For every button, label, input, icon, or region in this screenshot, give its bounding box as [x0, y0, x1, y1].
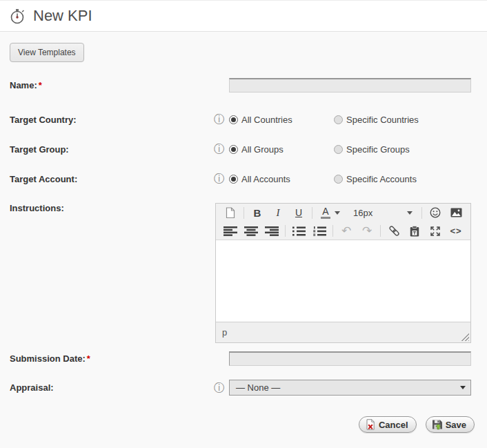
emoticons-icon[interactable] — [426, 205, 445, 220]
required-marker: * — [39, 80, 42, 90]
italic-button[interactable]: I — [268, 205, 288, 220]
insert-image-icon[interactable] — [446, 205, 466, 220]
radio-specific-countries[interactable]: Specific Countries — [334, 115, 419, 125]
target-account-label: Target Account: — [0, 174, 214, 184]
info-icon[interactable] — [214, 173, 225, 184]
editor-toolbar: B I U A 16px — [216, 204, 470, 240]
chevron-down-icon — [335, 211, 340, 215]
paste-icon[interactable] — [405, 224, 424, 239]
view-templates-button[interactable]: View Templates — [10, 43, 84, 62]
editor-content-area[interactable] — [216, 240, 470, 322]
save-button[interactable]: Save — [426, 416, 475, 433]
font-color-button[interactable]: A — [316, 205, 345, 220]
info-icon[interactable] — [214, 144, 225, 155]
radio-specific-groups[interactable]: Specific Groups — [334, 144, 410, 155]
fullscreen-icon[interactable] — [426, 224, 445, 239]
radio-selected-icon — [229, 145, 238, 154]
instructions-rich-text-editor: B I U A 16px — [215, 203, 471, 343]
appraisal-select[interactable]: — None — — [229, 380, 471, 396]
instructions-row: Instructions: B I U — [0, 203, 487, 343]
radio-selected-icon — [229, 115, 238, 124]
page-title: New KPI — [33, 7, 92, 25]
align-right-icon[interactable] — [262, 224, 281, 239]
radio-selected-icon — [229, 175, 238, 184]
submission-date-row: Submission Date:* — [0, 351, 487, 366]
ordered-list-icon[interactable] — [310, 224, 329, 239]
font-size-select[interactable]: 16px — [346, 205, 415, 220]
editor-status-bar: p — [216, 322, 470, 342]
radio-unselected-icon — [334, 175, 343, 184]
undo-icon[interactable] — [337, 224, 356, 239]
new-document-icon[interactable] — [221, 205, 240, 220]
page-header: New KPI — [0, 0, 487, 32]
appraisal-row: Appraisal: — None — — [0, 380, 487, 396]
bold-button[interactable]: B — [248, 205, 267, 220]
target-account-row: Target Account: All Accounts Specific Ac… — [0, 173, 487, 184]
save-icon — [432, 419, 443, 430]
radio-all-accounts[interactable]: All Accounts — [229, 174, 334, 184]
radio-all-countries[interactable]: All Countries — [229, 115, 334, 125]
align-left-icon[interactable] — [221, 224, 240, 239]
insert-link-icon[interactable] — [384, 224, 404, 239]
radio-unselected-icon — [334, 115, 343, 124]
chevron-down-icon — [407, 211, 413, 215]
unordered-list-icon[interactable] — [289, 224, 308, 239]
target-group-row: Target Group: All Groups Specific Groups — [0, 144, 487, 155]
submission-date-label: Submission Date:* — [0, 353, 214, 364]
radio-unselected-icon — [334, 145, 343, 154]
new-kpi-form: Name:* Target Country: All Countries Spe… — [0, 78, 487, 396]
required-marker: * — [87, 353, 90, 364]
submission-date-input[interactable] — [229, 351, 471, 366]
underline-button[interactable]: U — [289, 205, 308, 220]
cancel-icon — [365, 419, 376, 430]
radio-all-groups[interactable]: All Groups — [229, 144, 334, 155]
code-view-button[interactable]: <> — [446, 224, 466, 239]
target-country-row: Target Country: All Countries Specific C… — [0, 114, 487, 125]
editor-element-path: p — [222, 327, 227, 338]
resize-grip[interactable] — [461, 333, 469, 341]
target-country-label: Target Country: — [0, 115, 214, 125]
name-input[interactable] — [229, 78, 471, 92]
instructions-label: Instructions: — [0, 203, 201, 213]
info-icon[interactable] — [214, 382, 225, 393]
align-center-icon[interactable] — [241, 224, 261, 239]
name-row: Name:* — [0, 78, 487, 92]
radio-specific-accounts[interactable]: Specific Accounts — [334, 174, 417, 184]
cancel-button[interactable]: Cancel — [359, 416, 417, 433]
info-icon[interactable] — [214, 114, 225, 125]
appraisal-selected-value: — None — — [236, 382, 280, 393]
appraisal-label: Appraisal: — [0, 382, 214, 393]
chevron-down-icon — [460, 386, 466, 389]
form-actions: Cancel Save — [0, 416, 475, 433]
name-label: Name:* — [0, 80, 214, 90]
redo-icon[interactable] — [357, 224, 377, 239]
target-group-label: Target Group: — [0, 144, 214, 155]
stopwatch-icon — [10, 7, 26, 25]
